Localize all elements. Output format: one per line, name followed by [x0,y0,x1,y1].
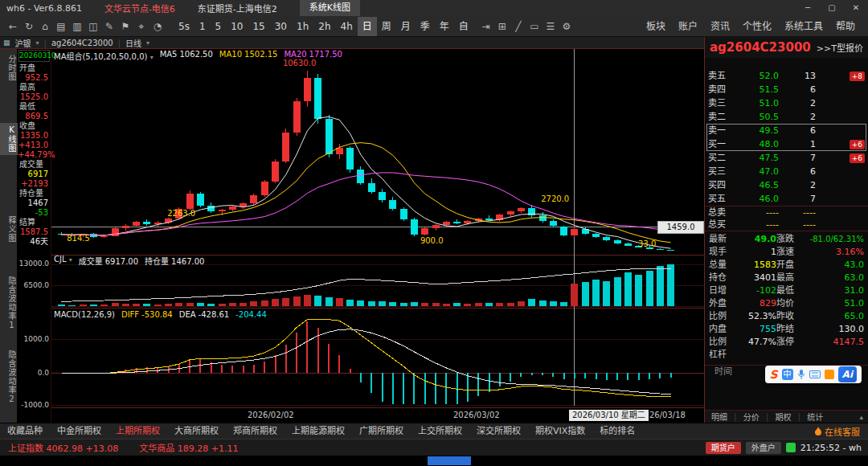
taskbar-app-indicator[interactable] [428,456,471,465]
overseas-account-button[interactable]: 外盘户 [746,442,781,454]
draw-icon[interactable]: ✎ [101,17,117,36]
book-row[interactable]: 卖一49.56 [705,124,868,137]
period-button[interactable]: 月 [396,17,416,36]
maximize-button[interactable]: ▢ [820,0,844,16]
menu-item[interactable]: 资讯 [704,17,736,36]
settings-icon[interactable]: ⚙ [559,17,575,36]
close-label: 收盘 [18,121,51,131]
tquote-toggle[interactable]: >>T型报价 [817,41,863,54]
market-tab[interactable]: 收藏品种 [0,423,50,439]
book-row[interactable]: 卖三51.02 [705,96,868,110]
market-tab[interactable]: 郑商所期权 [226,423,285,439]
overlay-icon[interactable]: ◫ [85,17,101,36]
period-button[interactable]: 5s [174,17,194,36]
market-tab[interactable]: 中金所期权 [50,423,108,439]
mic-icon[interactable] [797,369,805,380]
crosshair-tool-icon[interactable]: ⌖ [133,17,149,36]
market-tab[interactable]: 标的排名 [592,423,642,439]
market-tab[interactable]: 大商所期权 [167,423,226,439]
period-button[interactable]: 5 [211,17,227,36]
chinese-mode-icon[interactable]: 中 [782,369,793,380]
svg-text:900.0: 900.0 [420,236,444,245]
book-row[interactable]: 卖二50.52 [705,110,868,124]
book-side-label: 卖四 [708,83,734,96]
period-button[interactable]: 10 [226,17,248,36]
period-button[interactable]: 4h [336,17,358,36]
market-tab[interactable]: 上期所期权 [108,423,167,439]
add-window-icon[interactable]: ⊞ [494,17,510,36]
period-button[interactable]: 日 [358,17,377,36]
watch-label[interactable]: 沪银 [15,37,31,49]
book-row[interactable]: 买三47.06 [705,165,868,178]
chart-mode-tab[interactable]: 隐含波动率2 [0,348,18,407]
period-button[interactable]: 年 [435,17,454,36]
window-layout-icon[interactable]: ▭ [526,17,542,36]
book-row[interactable]: 卖四51.56 [705,83,868,96]
futures-account-button[interactable]: 期货户 [706,442,741,454]
ime-toolbox-icon[interactable] [825,370,834,379]
menu-item[interactable]: 系统工具 [778,17,829,36]
book-qty: 13 [779,69,816,83]
menu-item[interactable]: 个性化 [736,17,778,36]
book-row[interactable]: 买一48.01+6 [705,137,868,151]
index-quote-1[interactable]: 上证指数 4062.98 +13.08 [8,441,118,454]
kline-style-icon[interactable]: ▥ [69,17,85,36]
period-button[interactable]: 自 [454,17,473,36]
period-label[interactable]: 日线 [125,37,141,49]
sogou-logo-icon[interactable]: S [770,368,778,381]
online-service-link[interactable]: 在线客服 [814,425,860,438]
home-icon[interactable]: ⌂ [37,17,53,36]
ime-toolbar[interactable]: S 中 Ai [765,366,862,383]
kline-chart[interactable]: 10630.02263.0814.5900.02720.033.0 [51,49,704,407]
period-button[interactable]: 1 [194,17,211,36]
chevron-down-icon: ▾ [36,39,39,47]
book-row[interactable]: 卖五52.013+8 [705,69,868,83]
keyboard-icon[interactable] [809,370,821,378]
refresh-icon[interactable]: ↻ [21,17,37,36]
list-icon[interactable]: ☰ [542,17,559,36]
book-row[interactable]: 买五46.07 [705,192,868,206]
quote-subtab[interactable]: 期权 [768,411,797,423]
quote-subtab[interactable]: 统计 [800,411,829,423]
chart-mode-tab[interactable]: 分时图 [0,52,18,84]
period-button[interactable]: 1h [292,17,313,36]
trendline-icon[interactable]: ╱ [510,17,526,36]
period-button[interactable]: 2h [313,17,335,36]
market-tab[interactable]: 深交所期权 [469,423,528,439]
symbol-selector[interactable]: ag2604C23000 [51,39,113,47]
book-row[interactable]: 买四46.52 [705,178,868,192]
book-row[interactable]: 买二47.57+6 [705,151,868,165]
period-button[interactable]: 季 [416,17,435,36]
period-button[interactable]: 15 [248,17,269,36]
chart-mode-tab[interactable]: K线图 [0,123,18,155]
menu-item[interactable]: 帮助 [829,17,862,36]
svg-text:814.5: 814.5 [67,234,90,243]
market-tab[interactable]: 上交所期权 [411,423,469,439]
period-button[interactable]: 30 [270,17,292,36]
market-tab[interactable]: 上期能源期权 [285,423,352,439]
book-total-row: 总买-------- [705,219,868,231]
menu-item[interactable]: 账户 [672,17,704,36]
period-button[interactable]: 周 [377,17,396,36]
chevron-up-icon[interactable]: ▴ [859,413,863,421]
view-tab[interactable]: 系统K线图 [300,0,360,16]
menu-item[interactable]: 板块 [640,17,672,36]
quote-subtab[interactable]: 分价 [737,411,766,423]
board-icon[interactable]: ▤ [53,17,69,36]
export-icon[interactable]: ⇥ [478,17,494,36]
minimize-button[interactable]: ─ [796,0,820,16]
quote-subtab[interactable]: 明细 [705,411,734,423]
ai-assistant-button[interactable]: Ai [838,366,857,382]
market-tab[interactable]: 广期所期权 [352,423,411,439]
alert-icon[interactable]: ◔ [149,17,166,36]
chart-mode-tab[interactable]: 隐含波动率1 [0,274,18,333]
close-button[interactable]: ✕ [844,0,868,16]
back-icon[interactable]: ← [5,17,21,36]
index-quote-2[interactable]: 文华商品 189.28 +1.11 [139,441,238,454]
watchlist-icon[interactable]: ▦ [3,39,10,47]
market-tab[interactable]: 期权VIX指数 [528,423,592,439]
flag-icon[interactable]: ⚑ [117,17,133,36]
chart-mode-tab[interactable]: 释义图 [0,214,18,245]
tick-col-header: 时间 [714,366,732,378]
broker-line-label[interactable]: 东证期货-上海电信2 [198,2,277,14]
